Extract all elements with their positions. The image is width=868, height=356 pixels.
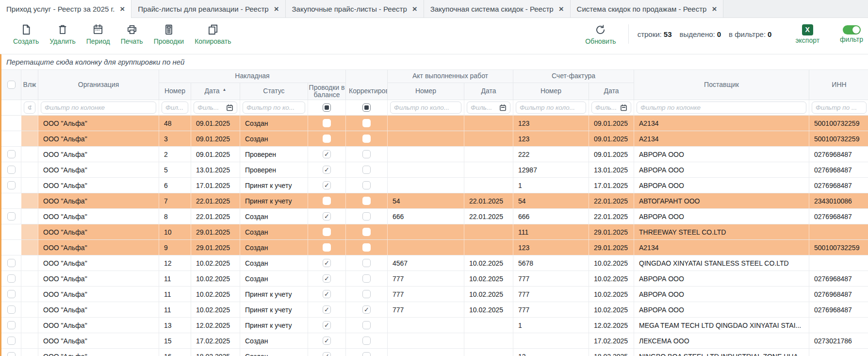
postings-checkbox[interactable] [323, 243, 331, 252]
postings-checkbox[interactable] [323, 290, 331, 298]
correction-checkbox[interactable] [362, 228, 371, 236]
table-row[interactable]: ООО "Альфа" 13 12.02.2025 Принят к учету… [1, 318, 868, 333]
correction-checkbox[interactable] [362, 290, 371, 298]
correction-checkbox[interactable] [362, 352, 371, 356]
postings-checkbox[interactable] [323, 259, 331, 267]
refresh-button[interactable]: Обновить [580, 22, 621, 47]
tab-4[interactable]: Система скидок по продажам - Реестр × [571, 0, 724, 17]
table-row[interactable]: ООО "Альфа" 48 09.01.2025 Создан 123 09.… [1, 116, 868, 131]
filter-correction-checkbox[interactable] [362, 103, 371, 112]
correction-checkbox[interactable] [362, 150, 371, 158]
row-checkbox[interactable] [7, 119, 16, 127]
col-header-status[interactable]: Статус [240, 83, 308, 100]
postings-checkbox[interactable] [323, 337, 331, 345]
sort-ascending-icon[interactable]: ▲ [223, 88, 227, 92]
close-icon[interactable]: × [412, 5, 417, 13]
period-button[interactable]: Период [81, 22, 115, 47]
col-header-vat-date[interactable]: Дата [589, 83, 634, 100]
filter-invoice-number-input[interactable] [165, 104, 184, 111]
table-row[interactable]: ООО "Альфа" 16 18.02.2025 Создан 12 18.0… [1, 349, 868, 356]
calendar-icon[interactable] [620, 104, 627, 111]
tab-0[interactable]: Приход услуг - Реестр за 2025 г. × [0, 0, 131, 18]
table-row[interactable]: ООО "Альфа" 11 10.02.2025 Создан 777 10.… [1, 271, 868, 287]
row-checkbox[interactable] [7, 290, 16, 298]
correction-checkbox[interactable] [362, 181, 371, 189]
filter-inn-input[interactable] [816, 104, 863, 111]
postings-checkbox[interactable] [323, 197, 331, 205]
close-icon[interactable]: × [712, 5, 717, 13]
postings-checkbox[interactable] [323, 166, 331, 174]
row-checkbox[interactable] [7, 197, 16, 205]
row-checkbox[interactable] [7, 150, 16, 158]
postings-checkbox[interactable] [323, 150, 331, 158]
table-row[interactable]: ООО "Альфа" 8 22.01.2025 Создан 666 22.0… [1, 209, 868, 224]
correction-checkbox[interactable] [362, 212, 371, 220]
correction-checkbox[interactable] [362, 274, 371, 283]
calendar-icon[interactable] [226, 104, 233, 111]
select-all-checkbox[interactable] [7, 81, 16, 89]
col-header-act-date[interactable]: Дата [464, 83, 513, 100]
row-checkbox[interactable] [7, 243, 16, 252]
filter-vat-date-input[interactable] [595, 104, 619, 111]
filter-org-input[interactable] [45, 104, 152, 111]
row-checkbox[interactable] [7, 337, 16, 345]
table-row[interactable]: ООО "Альфа" 5 13.01.2025 Проверен 12987 … [1, 162, 868, 178]
row-checkbox[interactable] [7, 228, 16, 236]
correction-checkbox[interactable] [362, 135, 371, 143]
postings-checkbox[interactable] [323, 135, 331, 143]
col-header-supplier[interactable]: Поставщик [634, 70, 809, 100]
tab-1[interactable]: Прайс-листы для реализации - Реестр × [131, 0, 285, 17]
correction-checkbox[interactable] [362, 119, 371, 127]
col-header-invoice-number[interactable]: Номер [159, 83, 191, 100]
filter-supplier-input[interactable] [640, 104, 802, 111]
correction-checkbox[interactable] [362, 321, 371, 329]
table-row[interactable]: ООО "Альфа" 15 17.02.2025 Создан 17.02.2… [1, 333, 868, 349]
postings-checkbox[interactable] [323, 305, 331, 314]
postings-checkbox[interactable] [323, 274, 331, 283]
close-icon[interactable]: × [120, 5, 125, 13]
col-header-attach[interactable]: Влж [21, 70, 38, 100]
filter-act-date-input[interactable] [471, 104, 498, 111]
group-by-hint[interactable]: Перетащите сюда колонку для группировки … [1, 54, 868, 70]
table-row[interactable]: ООО "Альфа" 7 22.01.2025 Принят к учету … [1, 193, 868, 209]
row-checkbox[interactable] [7, 181, 16, 189]
col-header-correction[interactable]: Корректировка [346, 83, 388, 100]
table-row[interactable]: ООО "Альфа" 10 29.01.2025 Создан 111 29.… [1, 224, 868, 240]
row-checkbox[interactable] [7, 166, 16, 174]
col-header-invoice-date[interactable]: Дата▲ [191, 83, 240, 100]
correction-checkbox[interactable] [362, 305, 371, 314]
tab-2[interactable]: Закупочные прайс-листы - Реестр × [286, 0, 424, 17]
table-row[interactable]: ООО "Альфа" 11 10.02.2025 Принят к учету… [1, 302, 868, 318]
col-header-vat-number[interactable]: Номер [513, 83, 589, 100]
table-row[interactable]: ООО "Альфа" 3 09.01.2025 Создан 123 09.0… [1, 131, 868, 147]
row-checkbox[interactable] [7, 212, 16, 220]
tab-3[interactable]: Закупочная система скидок - Реестр × [424, 0, 571, 17]
filter-attach-input[interactable] [28, 104, 32, 111]
row-checkbox[interactable] [7, 352, 16, 356]
close-icon[interactable]: × [274, 5, 279, 13]
close-icon[interactable]: × [559, 5, 564, 13]
delete-button[interactable]: Удалить [44, 22, 81, 47]
filter-vat-number-input[interactable] [520, 104, 582, 111]
postings-checkbox[interactable] [323, 212, 331, 220]
calendar-icon[interactable] [499, 104, 507, 111]
filter-invoice-date-input[interactable] [197, 104, 225, 111]
correction-checkbox[interactable] [362, 197, 371, 205]
filter-postings-checkbox[interactable] [323, 103, 331, 112]
table-row[interactable]: ООО "Альфа" 9 29.01.2025 Создан 123 29.0… [1, 240, 868, 255]
row-checkbox[interactable] [7, 135, 16, 143]
correction-checkbox[interactable] [362, 337, 371, 345]
row-checkbox[interactable] [7, 321, 16, 329]
postings-checkbox[interactable] [323, 352, 331, 356]
create-button[interactable]: Создать [8, 22, 44, 47]
row-checkbox[interactable] [7, 274, 16, 283]
col-header-org[interactable]: Организация [38, 70, 159, 100]
correction-checkbox[interactable] [362, 243, 371, 252]
table-row[interactable]: ООО "Альфа" 12 10.02.2025 Создан 4567 10… [1, 255, 868, 271]
export-button[interactable]: экспорт [790, 23, 825, 46]
col-header-inn[interactable]: ИНН [809, 70, 868, 100]
col-header-postings[interactable]: Проводки в балансе [308, 83, 346, 100]
postings-button[interactable]: Проводки [148, 22, 190, 47]
filter-status-input[interactable] [246, 104, 301, 111]
toggle-on-icon[interactable] [843, 25, 861, 34]
